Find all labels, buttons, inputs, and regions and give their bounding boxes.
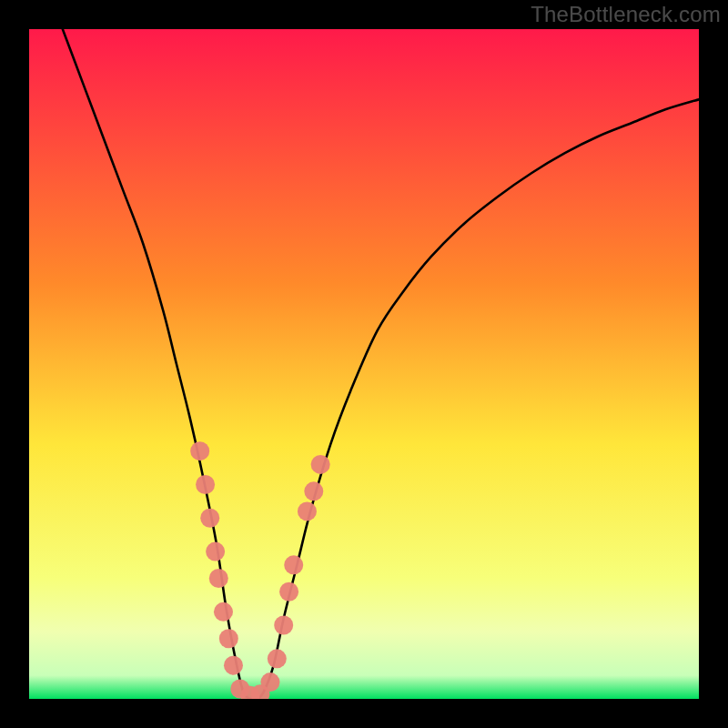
sample-dot: [190, 441, 209, 460]
sample-dot: [279, 582, 298, 602]
sample-dot: [311, 455, 330, 474]
sample-dot: [260, 672, 279, 692]
gradient-background: [29, 29, 699, 699]
sample-dot: [268, 649, 287, 668]
sample-dot: [224, 656, 243, 675]
sample-dot: [304, 481, 323, 500]
plot-area: [29, 29, 699, 699]
sample-dot: [284, 555, 303, 574]
chart-frame: TheBottleneck.com: [0, 0, 728, 728]
sample-dot: [200, 509, 219, 528]
bottleneck-chart-svg: [29, 29, 699, 699]
sample-dot: [196, 475, 215, 494]
sample-dot: [206, 542, 225, 561]
sample-dot: [274, 616, 293, 635]
sample-dot: [219, 629, 238, 648]
sample-dot: [298, 501, 317, 521]
sample-dot: [209, 569, 228, 588]
sample-dot: [214, 602, 233, 622]
watermark-text: TheBottleneck.com: [531, 2, 721, 27]
